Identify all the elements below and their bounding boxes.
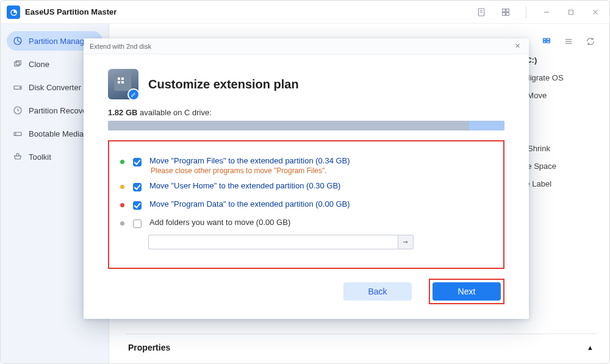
plan-label: Move "Program Data" to the extended part… (149, 199, 350, 209)
svg-rect-17 (14, 132, 21, 135)
customize-plan-icon (108, 69, 138, 99)
available-space-line: 1.82 GB available on C drive: (108, 108, 504, 117)
status-dot-gray-icon (120, 221, 124, 226)
plan-row-program-files: Move "Program Files" to the extended par… (120, 156, 492, 175)
usb-icon (13, 129, 23, 138)
titlebar-actions (473, 4, 603, 20)
svg-rect-21 (547, 38, 550, 40)
sidebar-item-label: Disk Converter (29, 83, 81, 92)
back-button-label: Back (368, 287, 387, 296)
svg-point-15 (20, 87, 20, 88)
svg-rect-12 (15, 62, 20, 66)
svg-rect-4 (506, 9, 509, 12)
next-button[interactable]: Next (432, 282, 501, 301)
dialog-small-title: Extend with 2nd disk (90, 43, 151, 50)
dialog-heading-block: Customize extension plan (108, 69, 504, 99)
titlebar: ◔ EaseUS Partition Master (1, 1, 609, 24)
plan-label: Add folders you want to move (0.00 GB) (149, 218, 290, 227)
app-logo-icon: ◔ (7, 5, 20, 19)
properties-label: Properties (128, 343, 170, 352)
status-dot-yellow-icon (120, 185, 124, 189)
close-button[interactable] (587, 4, 603, 20)
next-button-highlight: Next (429, 279, 504, 304)
plan-row-add-folders: Add folders you want to move (0.00 GB) (120, 218, 492, 230)
plan-row-program-data: Move "Program Data" to the extended part… (120, 199, 492, 212)
minimize-button[interactable] (539, 4, 554, 20)
space-used-segment (108, 121, 469, 130)
dialog-close-button[interactable]: ✕ (512, 42, 523, 50)
svg-rect-3 (503, 9, 506, 12)
svg-rect-5 (503, 12, 506, 15)
sidebar-item-label: Bootable Media (29, 129, 84, 138)
app-title: EaseUS Partition Master (25, 7, 117, 16)
dialog-titlebar: Extend with 2nd disk ✕ (84, 38, 529, 54)
space-free-segment (469, 121, 505, 130)
back-button[interactable]: Back (343, 282, 412, 301)
plan-checkbox[interactable] (133, 201, 142, 210)
sidebar-item-label: Partition Manager (29, 37, 92, 46)
plan-label: Move "Program Files" to the extended par… (149, 156, 350, 165)
refresh-icon[interactable] (584, 35, 597, 48)
view-list-icon[interactable] (562, 35, 575, 48)
svg-rect-20 (544, 41, 546, 43)
view-grid-icon[interactable] (540, 35, 553, 48)
pie-chart-icon (13, 36, 23, 46)
svg-rect-22 (547, 41, 550, 43)
status-dot-red-icon (120, 203, 124, 207)
space-usage-bar (108, 121, 504, 130)
add-folder-path-input[interactable] (148, 235, 398, 249)
available-value: 1.82 GB (108, 108, 137, 117)
plan-row-user-home: Move "User Home" to the extended partiti… (120, 181, 492, 193)
svg-rect-19 (544, 38, 546, 40)
recovery-icon (13, 105, 23, 115)
disk-icon (13, 82, 23, 92)
svg-rect-8 (569, 10, 573, 14)
dialog-heading: Customize extension plan (148, 77, 299, 91)
sidebar-item-label: Toolkit (29, 152, 51, 162)
browse-folder-button[interactable] (398, 235, 414, 249)
svg-rect-6 (506, 12, 509, 15)
add-folder-path-group (148, 235, 414, 249)
plan-checkbox[interactable] (133, 183, 142, 191)
grid-view-icon[interactable] (498, 4, 514, 20)
sidebar-item-label: Clone (29, 60, 49, 69)
notes-icon[interactable] (473, 4, 489, 20)
dialog-footer: Back Next (84, 279, 529, 319)
toolkit-icon (13, 152, 23, 162)
plan-label: Move "User Home" to the extended partiti… (149, 181, 340, 190)
caret-up-icon: ▲ (587, 344, 594, 351)
dialog-body: Customize extension plan 1.82 GB availab… (84, 54, 529, 279)
maximize-button[interactable] (563, 4, 579, 20)
plan-checkbox[interactable] (133, 219, 142, 228)
edit-badge-icon (127, 88, 140, 101)
svg-rect-13 (16, 61, 21, 65)
extend-dialog: Extend with 2nd disk ✕ Customize extensi… (84, 38, 529, 319)
plan-checkbox[interactable] (133, 158, 142, 166)
clone-icon (13, 59, 23, 69)
next-button-label: Next (458, 287, 476, 296)
status-dot-green-icon (120, 160, 124, 164)
app-window: ◔ EaseUS Partition Master (0, 0, 610, 364)
titlebar-separator (526, 7, 526, 18)
properties-section[interactable]: Properties ▲ (126, 334, 596, 356)
plan-options-box: Move "Program Files" to the extended par… (108, 140, 504, 269)
available-suffix: available on C drive: (140, 108, 212, 117)
plan-warning: Please close other programs to move "Pro… (151, 166, 350, 175)
